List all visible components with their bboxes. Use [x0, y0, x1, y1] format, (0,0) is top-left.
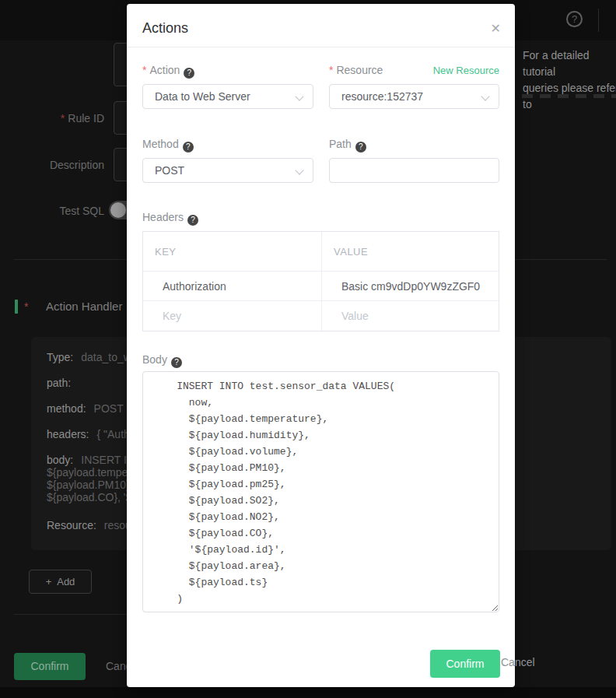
headers-label: Headers?	[142, 211, 198, 226]
body-textarea[interactable]: INSERT INTO test.sensor_data VALUES( now…	[142, 371, 499, 612]
action-select[interactable]: Data to Web Server	[142, 84, 313, 109]
help-icon[interactable]: ?	[187, 215, 198, 226]
rule-id-label: *Rule ID	[0, 112, 104, 125]
help-icon[interactable]: ?	[171, 357, 182, 368]
plus-icon: +	[46, 576, 52, 588]
help-icon[interactable]: ?	[183, 142, 194, 153]
card-row-body-wrap2: ${payload.PM10}	[47, 479, 130, 491]
chevron-down-icon	[296, 93, 303, 100]
resource-label: *Resource	[329, 64, 383, 76]
close-icon[interactable]: ✕	[491, 21, 501, 36]
bottom-strip	[0, 687, 616, 698]
footer-divider	[14, 614, 127, 615]
key-column-header: KEY	[143, 232, 322, 272]
card-row-path: path:	[47, 377, 79, 389]
headers-table: KEY VALUE Authorization Basic cm9vdDp0YW…	[142, 231, 499, 331]
body-label: Body?	[142, 353, 182, 368]
card-row-method: method:POST	[47, 402, 124, 415]
screen: ? For a detailed tutorial queries please…	[0, 0, 616, 698]
header-row: Authorization Basic cm9vdDp0YW9zZGF0	[143, 272, 499, 301]
card-row-body-wrap3: ${payload.CO}, '$	[47, 491, 131, 503]
headers-table-head: KEY VALUE	[143, 232, 499, 272]
header-key-cell[interactable]: Authorization	[143, 272, 322, 301]
required-asterisk: *	[61, 112, 65, 125]
topbar-divider	[598, 9, 599, 32]
method-select[interactable]: POST	[142, 158, 313, 183]
method-label: Method?	[142, 138, 194, 153]
help-icon[interactable]: ?	[355, 142, 366, 153]
resource-select[interactable]: resource:152737	[329, 84, 499, 109]
card-row-resource: Resource:resou	[47, 519, 131, 531]
toggle-knob	[110, 202, 126, 218]
chevron-down-icon	[296, 167, 303, 174]
card-row-headers: headers:{ "Auth	[47, 428, 130, 440]
action-handler-title: Action Handler	[46, 300, 122, 313]
path-label: Path?	[329, 138, 366, 153]
bg-confirm-button[interactable]: Confirm	[14, 653, 86, 680]
modal-header-divider	[127, 47, 515, 47]
card-row-type: Type:data_to_w	[47, 351, 131, 363]
help-icon[interactable]: ?	[566, 11, 583, 27]
chevron-down-icon	[482, 93, 488, 100]
help-icon[interactable]: ?	[184, 68, 194, 79]
section-accent-bar	[15, 300, 18, 314]
path-input[interactable]	[330, 159, 499, 182]
actions-modal: Actions ✕ *Action? *Resource New Resourc…	[127, 4, 515, 687]
confirm-button[interactable]: Confirm	[430, 650, 500, 678]
action-label: *Action?	[142, 64, 194, 79]
tutorial-note: For a detailed tutorial queries please r…	[523, 47, 616, 113]
dashed-placeholder-row	[522, 94, 616, 98]
new-resource-link[interactable]: New Resource	[433, 65, 499, 76]
new-header-key-input[interactable]	[163, 301, 313, 331]
add-action-button[interactable]: +Add	[29, 570, 92, 594]
tutorial-note-line1: For a detailed tutorial	[523, 47, 616, 80]
header-value-cell[interactable]: Basic cm9vdDp0YW9zZGF0	[322, 272, 499, 301]
description-label: Description	[0, 159, 104, 171]
path-input-wrap	[329, 158, 499, 183]
card-row-body: body:INSERT IN	[47, 454, 135, 466]
modal-title: Actions	[142, 20, 188, 37]
required-asterisk: *	[24, 300, 28, 313]
new-header-value-input[interactable]	[341, 301, 491, 331]
cancel-button[interactable]: Cancel	[501, 656, 535, 668]
test-sql-label: Test SQL	[0, 205, 104, 217]
card-row-body-wrap1: ${payload.temper	[47, 466, 131, 479]
value-column-header: VALUE	[322, 232, 499, 272]
header-new-row	[143, 301, 499, 331]
